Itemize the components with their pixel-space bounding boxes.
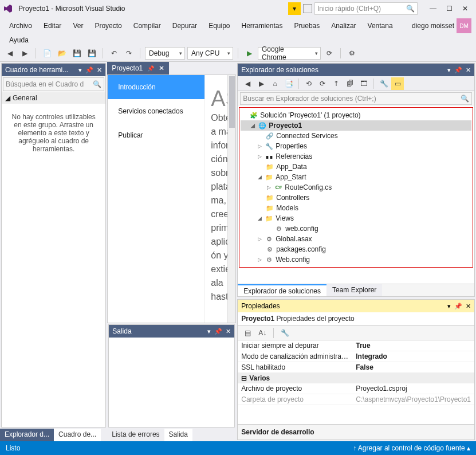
doc-nav-publicar[interactable]: Publicar [108,123,204,147]
notification-flag-icon[interactable]: ▾ [288,2,301,15]
tree-solution-root[interactable]: 🧩 Solución 'Proyecto1' (1 proyecto) [241,110,471,120]
menu-pruebas[interactable]: Pruebas [290,20,325,32]
sln-collapse-icon[interactable]: ⤒ [330,77,343,90]
user-avatar[interactable]: DM [457,18,471,33]
menu-ventana[interactable]: Ventana [363,20,398,32]
sln-fwd-icon[interactable]: ▶ [255,77,267,90]
prop-key[interactable]: SSL habilitado [238,362,352,372]
status-source-control[interactable]: ↑ Agregar al control de código fuente ▴ [353,444,470,452]
toolbox-search-input[interactable]: Búsqueda en el Cuadro d 🔍 [3,77,104,91]
sln-preview-icon[interactable]: ▭ [391,77,404,90]
save-all-button[interactable]: 💾 [85,47,98,60]
run-target-combo[interactable]: Google Chrome [258,47,321,60]
tab-server-explorer[interactable]: Explorador d... [0,429,54,441]
prop-value[interactable]: True [352,340,474,351]
tree-views-webconfig[interactable]: ⚙ web.config [241,223,471,234]
menu-archivo[interactable]: Archivo [5,20,37,32]
prop-category-varios[interactable]: ⊟Varios [238,373,474,383]
sln-home-icon[interactable]: ⌂ [269,77,281,90]
tree-controllers[interactable]: 📁 Controllers [241,193,471,203]
save-button[interactable]: 💾 [70,47,83,60]
tab-solution-explorer[interactable]: Explorador de soluciones [238,284,326,296]
prop-key[interactable]: Iniciar siempre al depurar [238,340,352,351]
extensions-button[interactable]: ⚙ [345,47,358,60]
toolbox-group-general[interactable]: ◢ General [2,92,105,104]
tab-team-explorer[interactable]: Team Explorer [326,284,382,296]
tree-packages-config[interactable]: ⚙ packages.config [241,244,471,254]
prop-value[interactable]: Integrado [352,351,474,362]
tree-global-asax[interactable]: ▷⚙ Global.asax [241,234,471,244]
props-close-icon[interactable]: ✕ [466,303,471,310]
props-pin-icon[interactable]: 📌 [454,303,462,310]
undo-button[interactable]: ↶ [108,47,120,60]
output-body[interactable] [109,338,234,427]
tab-output[interactable]: Salida [164,429,192,441]
props-wrench-icon[interactable]: 🔧 [278,327,291,339]
output-close-icon[interactable]: ✕ [226,328,231,335]
browser-refresh-button[interactable]: ⟳ [323,47,336,60]
user-name[interactable]: diego moisset [412,22,454,30]
document-tab-proyecto1[interactable]: Proyecto1 📌 ✕ [107,62,169,74]
properties-subtitle[interactable]: Proyecto1 Propiedades del proyecto [238,312,474,325]
tree-models[interactable]: 📁 Models [241,203,471,213]
redo-button[interactable]: ↷ [123,47,135,60]
menu-ayuda[interactable]: Ayuda [5,34,39,46]
tree-web-config[interactable]: ▷⚙ Web.config [241,254,471,265]
output-dropdown-icon[interactable]: ▾ [207,328,211,335]
sln-pin-icon[interactable]: 📌 [454,66,462,74]
platform-combo[interactable]: Any CPU [187,47,233,60]
open-button[interactable]: 📂 [56,47,68,60]
props-categorized-icon[interactable]: ▤ [241,327,254,339]
sln-back-icon[interactable]: ◀ [241,77,254,90]
minimize-button[interactable]: — [426,2,440,15]
toolbox-close-icon[interactable]: ✕ [97,66,102,74]
tree-routeconfig[interactable]: ▷C# RouteConfig.cs [241,182,471,193]
sln-dropdown-icon[interactable]: ▾ [447,66,451,74]
tree-connected-services[interactable]: 🔗 Connected Services [241,131,471,141]
close-icon[interactable]: ✕ [159,64,164,72]
maximize-button[interactable]: ☐ [442,2,457,15]
sln-scope-icon[interactable]: 📑 [282,77,295,90]
sln-close-icon[interactable]: ✕ [466,66,471,74]
sln-showall-icon[interactable]: 🗐 [344,77,356,90]
prop-value[interactable]: Proyecto1.csproj [352,383,474,394]
menu-equipo[interactable]: Equipo [204,20,234,32]
tree-views[interactable]: ◢📁 Views [241,213,471,223]
tree-app-start[interactable]: ◢📁 App_Start [241,172,471,182]
doc-nav-servicios[interactable]: Servicios conectados [108,99,204,123]
output-pin-icon[interactable]: 📌 [214,328,222,335]
prop-value[interactable]: False [352,362,474,372]
menu-editar[interactable]: Editar [39,20,66,32]
start-debug-button[interactable]: ▶ [243,47,255,60]
sln-sync-icon[interactable]: ⟲ [302,77,315,90]
config-combo[interactable]: Debug [145,47,185,60]
solution-search-input[interactable]: Buscar en Explorador de soluciones (Ctrl… [240,92,472,105]
quick-launch-input[interactable]: Inicio rápido (Ctrl+Q) 🔍 [314,2,418,15]
toolbox-dropdown-icon[interactable]: ▾ [78,66,82,74]
menu-compilar[interactable]: Compilar [129,20,166,32]
tree-app-data[interactable]: 📁 App_Data [241,162,471,172]
menu-depurar[interactable]: Depurar [168,20,202,32]
prop-key[interactable]: Archivo de proyecto [238,383,352,394]
props-dropdown-icon[interactable]: ▾ [447,303,451,310]
props-alpha-icon[interactable]: A↓ [256,327,269,339]
sln-props-icon[interactable]: 🗔 [357,77,370,90]
sln-wrench-icon[interactable]: 🔧 [377,77,390,90]
menu-herramientas[interactable]: Herramientas [237,20,288,32]
menu-proyecto[interactable]: Proyecto [90,20,126,32]
nav-back-button[interactable]: ◀ [3,47,16,60]
tree-properties[interactable]: ▷🔧 Properties [241,141,471,151]
nav-fwd-button[interactable]: ▶ [18,47,31,60]
tree-references[interactable]: ▷∎∎ Referencias [241,151,471,162]
tab-toolbox[interactable]: Cuadro de... [54,429,101,441]
doc-nav-introduccion[interactable]: Introducción [108,75,204,99]
menu-analizar[interactable]: Analizar [326,20,360,32]
feedback-icon[interactable] [303,4,312,13]
prop-key[interactable]: Modo de canalización administrado [238,351,352,362]
close-button[interactable]: ✕ [458,2,473,15]
new-project-button[interactable]: 📄 [41,47,53,60]
pin-icon[interactable]: 📌 [147,65,154,72]
sln-refresh-icon[interactable]: ⟳ [316,77,329,90]
tab-error-list[interactable]: Lista de errores [107,429,164,441]
document-scrollbar[interactable] [227,75,235,323]
